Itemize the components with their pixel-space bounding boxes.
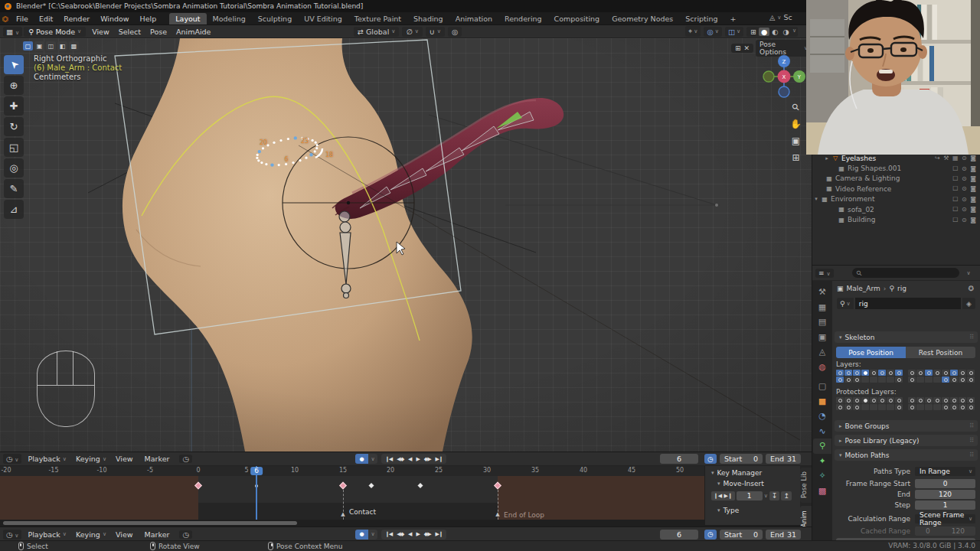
tab-collection[interactable]: ▢ <box>813 379 831 394</box>
row-toggle-icons[interactable]: ☐ ⊙ ◙ <box>952 185 977 192</box>
shading-material[interactable]: ◐ <box>769 28 780 36</box>
stopwatch-icon[interactable]: ◷ <box>179 455 191 463</box>
tab-physics[interactable]: ∿ <box>813 424 831 439</box>
skeleton-panel-header[interactable]: ▾Skeleton⠿ <box>835 331 978 343</box>
chevron-down-icon[interactable]: ∨ <box>792 28 796 36</box>
layer-toggle[interactable] <box>895 377 903 383</box>
layer-toggle[interactable] <box>844 377 852 383</box>
viewport-menu-item[interactable]: View <box>87 27 114 37</box>
pan-icon[interactable]: ✋ <box>790 119 802 129</box>
layer-toggle[interactable] <box>853 370 861 376</box>
layer-toggle[interactable] <box>933 370 941 376</box>
pose-library-panel-header[interactable]: ▸Pose Library (Legacy)⠿ <box>835 435 978 446</box>
use-preview-range-button[interactable]: ◷ <box>704 530 717 540</box>
outliner-item-label[interactable]: Rig Shapes.001 <box>848 165 901 172</box>
editor-type-button[interactable]: ◷ ∨ <box>3 530 21 540</box>
jump-to-start-button[interactable]: ❙◀ <box>383 456 394 462</box>
timeline-menu-item[interactable]: Marker <box>140 454 177 464</box>
layer-toggle[interactable] <box>878 370 886 376</box>
layer-toggle[interactable] <box>895 370 903 376</box>
chevron-down-icon[interactable]: ∨ <box>764 493 768 499</box>
layer-toggle[interactable] <box>836 377 844 383</box>
show-gizmo-button[interactable]: ⌖∨ <box>685 26 701 37</box>
keying-dropdown[interactable]: ∨ <box>368 454 377 464</box>
play-reverse-button[interactable]: ◀ <box>406 456 413 462</box>
tab-bone-constraint[interactable]: ✧ <box>813 468 831 484</box>
timeline-tracks[interactable]: ▲ Contact ▲ End of Loop <box>0 476 704 520</box>
row-toggle-icons[interactable]: ☐ ⊙ ◙ <box>952 196 977 203</box>
editor-type-button[interactable]: ▦ ∨ <box>3 27 22 37</box>
outliner-row[interactable]: ▦ Building ☐ ⊙ ◙ <box>812 214 980 224</box>
motion-paths-panel-header[interactable]: ▾Motion Paths⠿ <box>835 449 978 461</box>
protected-layer-toggle[interactable] <box>878 397 886 403</box>
jump-to-start-button[interactable]: ❙◀ <box>383 531 394 537</box>
filter-dropdown[interactable]: ∨ <box>967 270 971 276</box>
protected-layer-toggle[interactable] <box>836 397 844 403</box>
protected-layer-toggle[interactable] <box>844 397 852 403</box>
layer-toggle[interactable] <box>870 370 877 376</box>
layer-toggle[interactable] <box>967 370 975 376</box>
workspace-tab[interactable]: Modeling <box>207 13 252 24</box>
jump-to-end-button[interactable]: ▶❙ <box>433 531 445 537</box>
protected-layer-toggle[interactable] <box>861 404 869 410</box>
tab-view-layer[interactable]: ▣ <box>813 330 831 345</box>
outliner-item-label[interactable]: Environment <box>831 195 874 203</box>
layer-toggle[interactable] <box>967 377 975 383</box>
tweak-select-tool[interactable]: ➤ <box>4 55 24 74</box>
viewport-3d[interactable]: ▢▣◫◧▩ ➤⊕✚↻◱◎✎⊿ Right Orthographic (6) Ma… <box>0 38 812 452</box>
prev-keyframe-button[interactable]: ◀◆ <box>394 456 406 462</box>
outliner-item-label[interactable]: Building <box>848 216 876 223</box>
breadcrumb-object[interactable]: Male_Arm <box>847 285 880 292</box>
layer-toggle[interactable] <box>950 377 958 383</box>
row-toggle-icons[interactable]: ☐ ⊙ ◙ <box>952 165 977 172</box>
viewport-menu-item[interactable]: Select <box>114 27 145 37</box>
search-input[interactable]: ⚲ <box>852 268 959 278</box>
scale-tool[interactable]: ◱ <box>4 138 24 157</box>
protected-layer-toggle[interactable] <box>908 404 916 410</box>
tab-bone[interactable]: ✦ <box>813 454 831 469</box>
tab-object-data[interactable]: ⚲ <box>813 439 831 454</box>
protected-layer-toggle[interactable] <box>933 404 941 410</box>
navigation-gizmo[interactable]: Z X Y <box>759 53 809 103</box>
frame-range-start-field[interactable]: 0 <box>915 479 975 488</box>
play-reverse-button[interactable]: ◀ <box>406 531 413 537</box>
tool-popover-buttons[interactable]: ⊞ ✕ <box>731 44 753 53</box>
play-button[interactable]: ▶ <box>413 531 421 537</box>
outliner-row[interactable]: ▦ sofa_02 ☐ ⊙ ◙ <box>812 204 980 214</box>
layer-toggle[interactable] <box>861 377 869 383</box>
workspace-tab[interactable]: Rendering <box>498 13 548 24</box>
protected-layer-toggle[interactable] <box>861 397 869 403</box>
armature-selector[interactable]: ⚲∨ <box>837 298 854 309</box>
viewport-menu-item[interactable]: Pose <box>145 27 172 37</box>
workspace-tab[interactable]: Geometry Nodes <box>606 13 679 24</box>
transform-tool[interactable]: ◎ <box>4 158 24 178</box>
select-mode-subtract[interactable]: ◫ <box>46 41 56 51</box>
tab-output[interactable]: ▤ <box>813 315 831 330</box>
outliner-item-label[interactable]: Eyelashes <box>841 155 876 162</box>
workspace-tab[interactable]: + <box>724 13 743 24</box>
marker-label[interactable]: Contact <box>349 508 376 516</box>
marker-triangle-icon[interactable]: ▲ <box>341 511 345 517</box>
shading-rendered[interactable]: ◑ <box>781 28 792 36</box>
blender-menu-icon[interactable]: ⏣ <box>0 15 11 23</box>
select-mode-intersect[interactable]: ▩ <box>69 41 79 51</box>
show-overlays-button[interactable]: ◎∨ <box>704 27 721 37</box>
protected-layer-toggle[interactable] <box>942 397 949 403</box>
rest-position-button[interactable]: Rest Position <box>906 347 975 358</box>
jump-to-end-button[interactable]: ▶❙ <box>433 456 445 462</box>
protected-layer-toggle[interactable] <box>925 397 933 403</box>
workspace-tab[interactable]: Compositing <box>548 13 606 24</box>
outliner-row[interactable]: ▾ ▦ Environment ☐ ⊙ ◙ <box>812 194 980 204</box>
timeline-ruler[interactable]: -20-15-10-505101520253035404550 <box>0 466 704 476</box>
shading-wireframe[interactable]: ⊞ <box>748 28 759 36</box>
cursor-tool[interactable]: ⊕ <box>4 76 24 95</box>
sidebar-tab[interactable]: Pose Lib <box>800 468 812 503</box>
outliner-row[interactable]: ▦ Video Reference ☐ ⊙ ◙ <box>812 184 980 194</box>
row-toggle-icons[interactable]: ↪ ⚒ ▦ ⊙ ◙ <box>935 155 977 161</box>
xray-toggle-button[interactable]: ◫∨ <box>725 27 743 37</box>
outliner-row[interactable]: ▦ Camera & Lighting ☐ ⊙ ◙ <box>812 174 980 184</box>
protected-layer-toggle[interactable] <box>895 404 903 410</box>
protected-layer-toggle[interactable] <box>836 404 844 410</box>
tab-render[interactable]: ▦ <box>813 300 831 315</box>
outliner-row[interactable]: ▦ Rig Shapes.001 ☐ ⊙ ◙ <box>812 163 980 173</box>
